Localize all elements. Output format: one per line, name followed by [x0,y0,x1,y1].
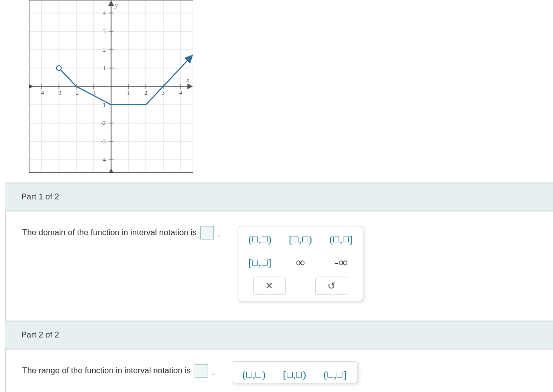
part2-body: The range of the function in interval no… [5,350,553,392]
part1-header: Part 1 of 2 [5,182,553,211]
svg-text:1: 1 [103,65,106,71]
part2-header-text: Part 2 of 2 [21,330,59,339]
infinity-button[interactable]: ∞ [296,255,305,270]
svg-text:-3: -3 [101,138,106,145]
interval-open-closed[interactable]: (,] [322,367,349,382]
reset-button[interactable]: ↺ [315,277,348,295]
period: . [218,226,220,239]
svg-text:-4: -4 [101,156,106,163]
part2-question: The range of the function in interval no… [22,364,191,376]
svg-text:3: 3 [162,89,165,96]
interval-toolpad-1: (,) [,) (,] [,] ∞ -∞ ✕ ↺ [238,226,363,301]
part2-answer-input[interactable] [195,364,208,378]
interval-closed-open[interactable]: [,) [281,367,308,382]
interval-open-closed[interactable]: (,] [327,232,354,247]
interval-closed-closed[interactable]: [,] [246,255,273,270]
svg-text:4: 4 [103,10,106,16]
svg-text:-1: -1 [101,101,106,108]
interval-open-open[interactable]: (,) [241,367,268,382]
interval-closed-open[interactable]: [,) [287,232,314,247]
part1-answer-input[interactable] [200,226,214,239]
svg-point-52 [57,66,61,70]
svg-text:3: 3 [103,28,106,35]
svg-text:-2: -2 [74,89,79,96]
interval-open-open[interactable]: (,) [246,232,273,247]
undo-icon: ↺ [327,280,336,292]
svg-text:1: 1 [127,89,130,96]
graph-container: -4-3 -2-1 12 34 43 21 -1-2 -3-4 y x [0,0,553,182]
svg-text:2: 2 [103,46,106,53]
svg-text:y: y [114,2,118,9]
clear-button[interactable]: ✕ [253,277,286,295]
neg-infinity-button[interactable]: -∞ [334,255,347,270]
svg-text:-2: -2 [101,120,106,126]
part1-question: The domain of the function in interval n… [22,226,197,238]
part1-body: The domain of the function in interval n… [5,211,553,321]
period: . [212,364,214,377]
x-icon: ✕ [265,280,273,292]
svg-text:-4: -4 [39,89,44,96]
svg-text:-3: -3 [57,89,61,96]
svg-text:2: 2 [144,89,147,96]
part1-header-text: Part 1 of 2 [21,192,59,201]
part2-header: Part 2 of 2 [5,321,553,350]
svg-text:4: 4 [179,89,182,96]
svg-text:x: x [186,76,189,83]
interval-toolpad-2: (,) [,) (,] [232,361,357,383]
function-graph: -4-3 -2-1 12 34 43 21 -1-2 -3-4 y x [29,0,193,173]
